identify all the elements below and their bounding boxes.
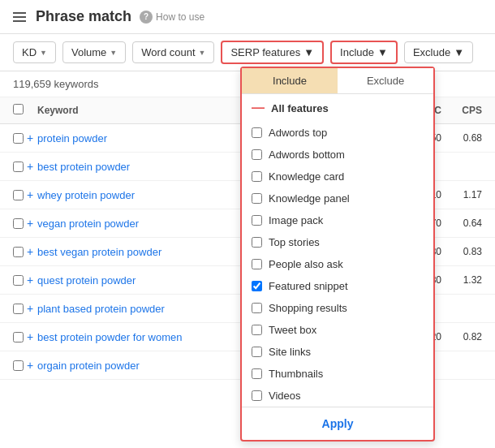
exclude-filter-button[interactable]: Exclude ▼ bbox=[404, 41, 473, 63]
row-check: + bbox=[13, 188, 37, 201]
help-icon: ? bbox=[140, 11, 153, 24]
list-item[interactable]: Featured snippet bbox=[242, 275, 433, 297]
feature-checkbox[interactable] bbox=[252, 193, 262, 204]
kd-arrow-icon: ▼ bbox=[40, 49, 47, 57]
list-item[interactable]: Adwords bottom bbox=[242, 144, 433, 166]
row-check: + bbox=[13, 245, 37, 258]
dropdown-tabs: Include Exclude bbox=[242, 68, 433, 94]
volume-filter-button[interactable]: Volume ▼ bbox=[62, 41, 126, 63]
cps-cell: 0.64 bbox=[441, 218, 482, 229]
list-item[interactable]: Tweet box bbox=[242, 319, 433, 341]
exclude-arrow-icon: ▼ bbox=[454, 46, 464, 58]
feature-label: People also ask bbox=[269, 258, 343, 270]
include-filter-button[interactable]: Include ▼ bbox=[330, 41, 398, 64]
list-item[interactable]: Top stories bbox=[242, 231, 433, 253]
feature-label: Adwords bottom bbox=[269, 149, 345, 161]
row-checkbox[interactable] bbox=[13, 247, 24, 257]
keyword-link[interactable]: best vegan protein powder bbox=[37, 246, 161, 258]
header-cps: CPS bbox=[441, 105, 482, 116]
how-to-use-link[interactable]: ? How to use bbox=[140, 11, 204, 24]
keyword-link[interactable]: plant based protein powder bbox=[37, 303, 165, 315]
keyword-link[interactable]: whey protein powder bbox=[37, 189, 135, 201]
feature-checkbox[interactable] bbox=[252, 390, 262, 401]
kd-filter-button[interactable]: KD ▼ bbox=[13, 41, 56, 63]
add-icon[interactable]: + bbox=[27, 302, 33, 315]
add-icon[interactable]: + bbox=[27, 274, 33, 286]
feature-label: Knowledge card bbox=[269, 170, 344, 183]
menu-icon[interactable] bbox=[13, 12, 26, 22]
list-item[interactable]: Knowledge panel bbox=[242, 187, 433, 209]
feature-checkbox[interactable] bbox=[252, 237, 262, 248]
feature-checkbox[interactable] bbox=[252, 149, 262, 160]
keyword-link[interactable]: best protein powder for women bbox=[37, 331, 182, 343]
feature-checkbox[interactable] bbox=[252, 347, 262, 357]
header-check bbox=[13, 104, 37, 117]
keyword-link[interactable]: vegan protein powder bbox=[37, 218, 139, 230]
apply-button[interactable]: Apply bbox=[309, 414, 367, 433]
add-icon[interactable]: + bbox=[27, 359, 33, 372]
add-icon[interactable]: + bbox=[27, 160, 33, 173]
cps-cell: 1.32 bbox=[441, 274, 482, 286]
feature-checkbox[interactable] bbox=[252, 259, 262, 269]
feature-label: Adwords top bbox=[269, 127, 327, 139]
list-item[interactable]: Shopping results bbox=[242, 297, 433, 319]
page-header: Phrase match ? How to use bbox=[0, 0, 495, 34]
row-check: + bbox=[13, 302, 37, 315]
include-arrow-icon: ▼ bbox=[377, 46, 388, 58]
add-icon[interactable]: + bbox=[27, 217, 33, 230]
row-checkbox[interactable] bbox=[13, 133, 24, 144]
dropdown-items: Adwords topAdwords bottomKnowledge cardK… bbox=[242, 122, 433, 407]
keyword-link[interactable]: quest protein powder bbox=[37, 274, 136, 286]
apply-row: Apply bbox=[242, 407, 433, 440]
feature-checkbox[interactable] bbox=[252, 215, 262, 226]
toolbar: KD ▼ Volume ▼ Word count ▼ SERP features… bbox=[0, 34, 495, 71]
tab-include[interactable]: Include bbox=[242, 68, 338, 93]
add-icon[interactable]: + bbox=[27, 188, 33, 201]
page-title: Phrase match bbox=[36, 8, 131, 25]
list-item[interactable]: Adwords top bbox=[242, 122, 433, 144]
feature-checkbox[interactable] bbox=[252, 127, 262, 138]
list-item[interactable]: Image pack bbox=[242, 209, 433, 231]
cps-cell: 0.68 bbox=[441, 132, 482, 144]
tab-exclude[interactable]: Exclude bbox=[338, 68, 433, 93]
serp-dropdown: Include Exclude — All features Adwords t… bbox=[240, 67, 435, 442]
keyword-link[interactable]: protein powder bbox=[37, 132, 107, 144]
feature-checkbox[interactable] bbox=[252, 368, 262, 379]
list-item[interactable]: Videos bbox=[242, 385, 433, 407]
list-item[interactable]: Knowledge card bbox=[242, 166, 433, 187]
feature-checkbox[interactable] bbox=[252, 171, 262, 182]
add-icon[interactable]: + bbox=[27, 131, 33, 144]
feature-label: Image pack bbox=[269, 214, 323, 226]
serp-arrow-icon: ▼ bbox=[303, 46, 314, 58]
row-checkbox[interactable] bbox=[13, 162, 24, 172]
row-checkbox[interactable] bbox=[13, 275, 24, 286]
feature-label: Thumbnails bbox=[269, 368, 323, 380]
feature-label: Shopping results bbox=[269, 302, 347, 314]
cps-cell: 0.83 bbox=[441, 246, 482, 257]
feature-label: Knowledge panel bbox=[269, 192, 350, 205]
row-checkbox[interactable] bbox=[13, 332, 24, 342]
keyword-link[interactable]: best protein powder bbox=[37, 161, 130, 173]
row-check: + bbox=[13, 274, 37, 286]
row-checkbox[interactable] bbox=[13, 190, 24, 200]
select-all-checkbox[interactable] bbox=[13, 104, 24, 114]
feature-label: Tweet box bbox=[269, 324, 316, 336]
feature-checkbox[interactable] bbox=[252, 325, 262, 335]
feature-checkbox[interactable] bbox=[252, 281, 262, 291]
feature-label: Top stories bbox=[269, 236, 320, 248]
add-icon[interactable]: + bbox=[27, 330, 33, 343]
list-item[interactable]: People also ask bbox=[242, 253, 433, 275]
row-checkbox[interactable] bbox=[13, 304, 24, 314]
feature-checkbox[interactable] bbox=[252, 303, 262, 313]
feature-label: Site links bbox=[269, 346, 311, 358]
serp-features-button[interactable]: SERP features ▼ bbox=[221, 41, 324, 64]
word-count-filter-button[interactable]: Word count ▼ bbox=[132, 41, 214, 63]
list-item[interactable]: Thumbnails bbox=[242, 363, 433, 385]
keyword-link[interactable]: orgain protein powder bbox=[37, 360, 140, 372]
list-item[interactable]: Site links bbox=[242, 341, 433, 363]
row-checkbox[interactable] bbox=[13, 218, 24, 229]
add-icon[interactable]: + bbox=[27, 245, 33, 258]
all-features-header: — All features bbox=[242, 94, 433, 122]
row-checkbox[interactable] bbox=[13, 360, 24, 371]
row-check: + bbox=[13, 131, 37, 144]
